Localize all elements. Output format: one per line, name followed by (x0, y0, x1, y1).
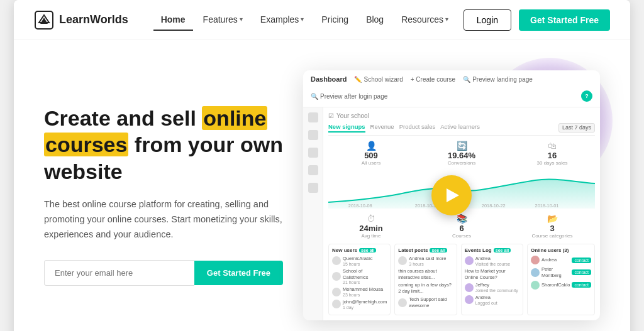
list-item: School of Calisthenics21 hours (332, 268, 387, 285)
list-item: How to Market your Online Course? (465, 268, 519, 281)
wand-icon: ✏️ (354, 76, 362, 83)
panel-online-users-title: Online users (3) (531, 247, 591, 253)
logo[interactable]: LearnWorlds (34, 10, 128, 30)
sidebar-icon-5 (308, 183, 318, 193)
dashboard-mockup: Dashboard ✏️ School wizard + Create cour… (303, 70, 600, 320)
avatar (465, 283, 474, 292)
list-item: john@flymehigh.com1 day (332, 299, 387, 310)
highlight-online: online (202, 106, 267, 130)
sidebar-icon-1 (308, 112, 318, 122)
latest-posts-badge[interactable]: see all (430, 248, 447, 252)
dashboard-panels: New users see all QuernicArabic15 hours (328, 244, 595, 315)
tab-revenue[interactable]: Revenue (370, 123, 394, 133)
avatar (332, 288, 341, 296)
dashboard-tabs: New signups Revenue Product sales Active… (328, 123, 595, 136)
list-item: Peter Montberg contact (531, 266, 591, 279)
hero-section: Create and sell online courses from your… (14, 40, 630, 331)
stats-row-1: 👤 509 All users 🔄 19.64% Conversions (328, 141, 595, 166)
stat-conversions: 🔄 19.64% Conversions (419, 141, 504, 166)
categories-icon: 📂 (509, 214, 595, 224)
login-button[interactable]: Login (464, 9, 511, 31)
nav-item-resources[interactable]: Resources ▾ (394, 9, 456, 31)
highlight-courses: courses (44, 133, 128, 156)
school-label: ☑ Your school (328, 112, 595, 119)
tab-new-signups[interactable]: New signups (328, 123, 365, 133)
sidebar-icon-3 (308, 148, 318, 158)
hero-content: Create and sell online courses from your… (44, 105, 283, 286)
events-badge[interactable]: see all (494, 248, 511, 252)
panel-online-users: Online users (3) Andrea contact (527, 244, 595, 315)
nav-item-features[interactable]: Features ▾ (196, 9, 250, 31)
contact-button[interactable]: contact (572, 282, 591, 288)
list-item: coming up in a few days? 2 day limit... (398, 282, 453, 295)
panel-new-users-title: New users see all (332, 247, 387, 253)
nav-item-home[interactable]: Home (153, 9, 193, 31)
tab-active-learners[interactable]: Active learners (440, 123, 480, 133)
list-item: AndreaVisited the course (465, 256, 519, 266)
play-triangle-icon (447, 188, 459, 202)
stat-courses: 📚 6 Courses (419, 214, 504, 239)
date-filter[interactable]: Last 7 days (558, 123, 595, 133)
list-item: AndreaLogged out (465, 295, 519, 305)
avatar (398, 256, 407, 265)
hero-visual: Dashboard ✏️ School wizard + Create cour… (303, 70, 600, 320)
sidebar-icon-2 (308, 130, 318, 140)
hero-description: The best online course platform for crea… (44, 197, 283, 242)
contact-button[interactable]: contact (572, 269, 591, 275)
sidebar-icon-4 (308, 165, 318, 175)
svg-text:2018-10-22: 2018-10-22 (482, 203, 506, 209)
nav-item-examples[interactable]: Examples ▾ (253, 9, 311, 31)
svg-text:2018-10-08: 2018-10-08 (348, 203, 372, 209)
panel-new-users: New users see all QuernicArabic15 hours (328, 244, 391, 315)
avatar (465, 295, 474, 304)
chevron-down-icon: ▾ (445, 16, 448, 23)
create-course-action[interactable]: + Create course (411, 76, 455, 83)
play-button[interactable] (431, 175, 472, 215)
search-icon: 🔍 (463, 76, 470, 83)
nav-links: Home Features ▾ Examples ▾ Pricing Blog … (153, 9, 464, 31)
courses-icon: 📚 (419, 214, 504, 224)
avatar (332, 256, 341, 265)
panel-latest-posts: Latest posts see all Andrea said more3 h… (394, 244, 457, 315)
panel-events-log: Events Log see all AndreaVisited the cou… (461, 244, 523, 315)
list-item: QuernicArabic15 hours (332, 256, 387, 266)
nav-item-blog[interactable]: Blog (358, 9, 391, 31)
dashboard-topbar: Dashboard ✏️ School wizard + Create cour… (303, 70, 600, 107)
avatar (398, 298, 407, 307)
preview-landing-action[interactable]: 🔍 Preview landing page (463, 76, 533, 83)
nav-item-pricing[interactable]: Pricing (314, 9, 356, 31)
time-icon: ⏱ (328, 214, 414, 224)
stat-30-day-sales: 🛍 16 30 days sales (509, 141, 595, 166)
contact-button[interactable]: contact (572, 258, 591, 263)
users-icon: 👤 (328, 141, 414, 151)
list-item: Mohammed Mousa23 hours (332, 286, 387, 297)
svg-text:2018-10-01: 2018-10-01 (535, 203, 559, 209)
list-item: SharonfCaklo contact (531, 281, 591, 290)
dashboard-main: ☑ Your school New signups Revenue Produc… (323, 107, 600, 320)
list-item: thin courses about interactive sites... (398, 268, 453, 281)
stat-categories: 📂 3 Course categories (509, 214, 595, 239)
help-button[interactable]: ? (581, 90, 592, 102)
tab-product-sales[interactable]: Product sales (399, 123, 436, 133)
avatar (531, 256, 540, 264)
new-users-badge[interactable]: see all (359, 248, 376, 252)
email-input[interactable] (44, 260, 194, 286)
sales-icon: 🛍 (509, 141, 595, 151)
list-item: Andrea said more3 hours (398, 256, 453, 266)
logo-icon (34, 10, 54, 30)
get-started-free-button[interactable]: Get Started Free (519, 9, 610, 31)
list-item: Tech Support said awesome (398, 296, 453, 309)
avatar (531, 268, 540, 277)
conversions-icon: 🔄 (419, 141, 504, 151)
avatar (332, 300, 341, 308)
logo-text: LearnWorlds (59, 13, 128, 26)
panel-latest-posts-title: Latest posts see all (398, 247, 453, 253)
stat-all-users: 👤 509 All users (328, 141, 414, 166)
hero-cta-button[interactable]: Get Started Free (194, 261, 283, 285)
navbar: LearnWorlds Home Features ▾ Examples ▾ P… (14, 0, 630, 40)
stats-row-2: ⏱ 24min Avg time 📚 6 Courses (328, 214, 595, 239)
preview-login-action[interactable]: 🔍 Preview after login page (311, 93, 387, 100)
dashboard-sidebar (303, 107, 323, 320)
avatar (465, 256, 474, 265)
school-wizard-action[interactable]: ✏️ School wizard (354, 76, 402, 83)
